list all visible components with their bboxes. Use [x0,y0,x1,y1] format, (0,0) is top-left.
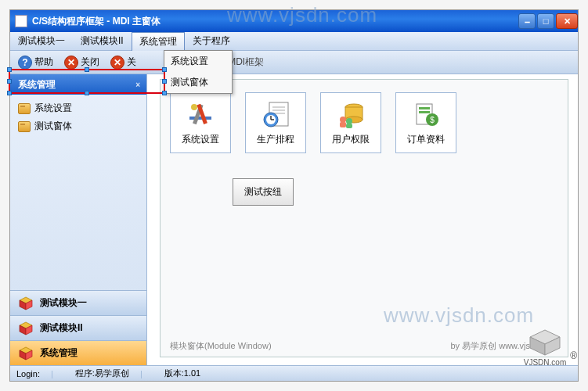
status-version: 版本:1.01 [164,368,200,379]
help-label: 帮助 [34,56,53,69]
folder-icon [18,121,31,132]
nav-test-module-2[interactable]: 测试模块II [10,315,146,340]
card-system-settings[interactable]: 系统设置 [170,92,231,153]
nav-system-manage[interactable]: 系统管理 [10,340,146,365]
order-icon: $ [410,100,442,130]
clock-document-icon [260,100,291,130]
menu-dropdown: 系统设置 测试窗体 [164,50,233,94]
toolbar: ? 帮助 ✕ 关闭 ✕ 关 oolbar | 参考MDI框架 [10,51,578,74]
app-window: C/S结构程序框架 - MDI 主窗体 ‒ □ ✕ 测试模块一 测试模块II 系… [9,9,579,382]
nav-label: 测试模块II [40,321,83,335]
close-button[interactable]: ✕ 关闭 [61,54,103,71]
tree-item-test-window[interactable]: 测试窗体 [13,117,143,135]
help-button[interactable]: ? 帮助 [15,54,56,71]
help-icon: ? [18,56,32,70]
users-db-icon [335,100,366,130]
menubar: 测试模块一 测试模块II 系统管理 关于程序 [10,32,578,51]
close-icon: ✕ [64,56,78,70]
mdi-footer-right: by 易学原创 www.vjsdn.com [450,340,558,352]
menu-system-manage[interactable]: 系统管理 [132,32,185,51]
nav-label: 系统管理 [40,346,78,360]
window-title: C/S结构程序框架 - MDI 主窗体 [32,15,517,28]
cube-icon [18,296,34,311]
dropdown-test-window[interactable]: 测试窗体 [164,72,232,93]
close-label: 关闭 [81,56,99,69]
close-icon: ✕ [110,56,124,70]
sidebar: 系统管理 × 系统设置 测试窗体 测试模块一 [10,74,147,365]
mdi-area: 系统设置 生产排程 用户权限 $ 订单资料 [147,74,578,365]
cube-icon [18,346,34,361]
minimize-button[interactable]: ‒ [518,13,536,29]
svg-rect-27 [346,124,352,128]
svg-rect-9 [189,117,211,120]
maximize-button[interactable]: □ [537,13,554,29]
mdi-footer-left: 模块窗体(Module Window) [170,340,272,352]
close-short-button[interactable]: ✕ 关 [107,54,139,71]
card-label: 系统设置 [182,133,219,146]
card-label: 用户权限 [332,133,370,146]
sidebar-nav: 测试模块一 测试模块II 系统管理 [10,290,146,365]
statusbar: Login: | 程序:易学原创 | 版本:1.01 [10,365,578,381]
card-order-data[interactable]: $ 订单资料 [395,92,456,153]
dropdown-system-settings[interactable]: 系统设置 [164,51,232,72]
svg-rect-26 [340,122,346,127]
svg-point-24 [340,117,346,123]
menu-test-module-1[interactable]: 测试模块一 [10,31,73,51]
card-label: 生产排程 [257,133,294,146]
svg-point-12 [191,104,197,110]
nav-label: 测试模块一 [40,296,87,310]
sidebar-tree: 系统设置 测试窗体 [10,95,146,290]
card-user-permissions[interactable]: 用户权限 [320,92,381,153]
test-button[interactable]: 测试按纽 [233,178,294,206]
close-short-label: 关 [127,56,136,69]
card-production-schedule[interactable]: 生产排程 [245,92,306,153]
tree-label: 系统设置 [34,102,72,115]
titlebar: C/S结构程序框架 - MDI 主窗体 ‒ □ ✕ [10,10,578,32]
card-label: 订单资料 [407,133,445,146]
cube-icon [18,321,34,336]
svg-rect-29 [419,107,430,109]
tools-icon [185,100,216,130]
svg-text:$: $ [430,116,435,124]
sidebar-title: 系统管理 [18,78,56,91]
mdi-child-window: 系统设置 生产排程 用户权限 $ 订单资料 [160,79,568,357]
mdi-footer: 模块窗体(Module Window) by 易学原创 www.vjsdn.co… [170,340,558,352]
icon-grid: 系统设置 生产排程 用户权限 $ 订单资料 [170,92,558,153]
folder-icon [18,103,31,114]
close-window-button[interactable]: ✕ [556,13,578,29]
tree-item-system-settings[interactable]: 系统设置 [13,99,143,117]
sidebar-pin-icon[interactable]: × [135,81,140,89]
menu-about[interactable]: 关于程序 [185,31,238,51]
status-login: Login: [16,369,40,378]
content-area: 系统管理 × 系统设置 测试窗体 测试模块一 [10,74,578,365]
svg-point-25 [346,118,352,124]
tree-label: 测试窗体 [34,120,72,133]
status-program: 程序:易学原创 [75,368,129,379]
sidebar-header: 系统管理 × [10,74,146,95]
svg-rect-30 [419,111,430,113]
app-icon [15,15,27,27]
nav-test-module-1[interactable]: 测试模块一 [10,290,146,315]
menu-test-module-2[interactable]: 测试模块II [73,31,132,51]
